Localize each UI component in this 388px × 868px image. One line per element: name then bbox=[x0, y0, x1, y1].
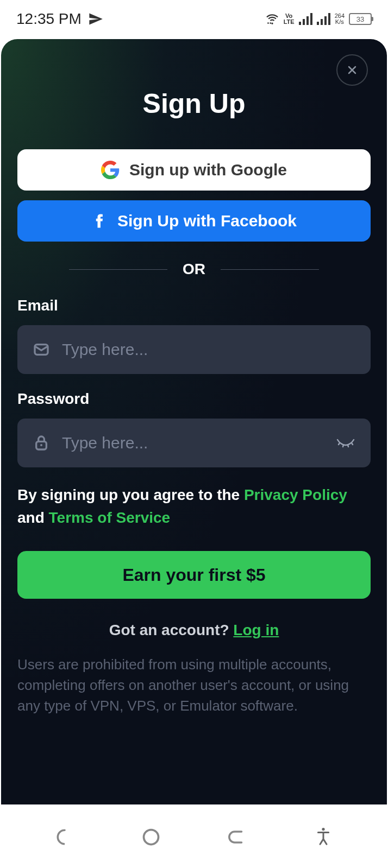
close-button[interactable] bbox=[336, 54, 368, 86]
email-label: Email bbox=[17, 297, 371, 314]
password-label: Password bbox=[17, 390, 371, 408]
mail-icon bbox=[33, 341, 50, 358]
nav-accessibility-button[interactable] bbox=[310, 823, 337, 851]
svg-point-4 bbox=[40, 444, 42, 446]
facebook-icon bbox=[91, 213, 108, 229]
email-input[interactable] bbox=[62, 340, 355, 359]
status-left: 12:35 PM bbox=[16, 10, 103, 28]
login-link[interactable]: Log in bbox=[233, 622, 279, 638]
email-input-wrapper[interactable] bbox=[17, 325, 371, 374]
agreement-text: By signing up you agree to the Privacy P… bbox=[17, 484, 371, 529]
facebook-button-label: Sign Up with Facebook bbox=[117, 212, 297, 230]
nav-home-button[interactable] bbox=[137, 823, 165, 851]
lock-icon bbox=[33, 434, 50, 452]
page-title: Sign Up bbox=[17, 88, 371, 119]
send-icon bbox=[88, 11, 103, 27]
google-button-label: Sign up with Google bbox=[129, 161, 287, 179]
signal-icon-1 bbox=[299, 13, 312, 25]
wifi-icon bbox=[265, 12, 279, 26]
recent-icon bbox=[55, 828, 74, 846]
lte-indicator: Vo LTE bbox=[284, 13, 295, 25]
password-input-wrapper[interactable] bbox=[17, 419, 371, 467]
network-speed: 264 K/s bbox=[335, 13, 345, 25]
signup-card: Sign Up Sign up with Google Sign Up with… bbox=[1, 39, 387, 804]
system-nav-bar bbox=[0, 806, 388, 868]
svg-point-6 bbox=[322, 827, 324, 830]
google-signup-button[interactable]: Sign up with Google bbox=[17, 149, 371, 191]
status-bar: 12:35 PM Vo LTE 264 K/s 33 bbox=[0, 0, 388, 38]
status-time: 12:35 PM bbox=[16, 10, 82, 28]
signal-icon-2 bbox=[317, 13, 330, 25]
svg-point-5 bbox=[143, 829, 158, 844]
nav-back-button[interactable] bbox=[223, 823, 251, 851]
accessibility-icon bbox=[315, 827, 331, 847]
back-icon bbox=[227, 828, 247, 846]
facebook-signup-button[interactable]: Sign Up with Facebook bbox=[17, 200, 371, 242]
nav-recent-button[interactable] bbox=[51, 823, 78, 851]
terms-of-service-link[interactable]: Terms of Service bbox=[49, 509, 171, 526]
earn-button[interactable]: Earn your first $5 bbox=[17, 551, 371, 599]
password-input[interactable] bbox=[62, 434, 324, 452]
status-right: Vo LTE 264 K/s 33 bbox=[265, 12, 372, 26]
close-icon bbox=[346, 64, 359, 77]
svg-point-0 bbox=[267, 22, 269, 24]
login-prompt: Got an account? Log in bbox=[17, 622, 371, 639]
battery-icon: 33 bbox=[349, 13, 372, 25]
svg-point-1 bbox=[270, 22, 271, 24]
google-icon bbox=[101, 161, 120, 179]
divider-line-left bbox=[69, 269, 167, 270]
privacy-policy-link[interactable]: Privacy Policy bbox=[244, 486, 347, 503]
divider-line-right bbox=[221, 269, 319, 270]
divider: OR bbox=[69, 261, 319, 278]
eye-closed-icon[interactable] bbox=[336, 436, 355, 449]
divider-text: OR bbox=[183, 261, 205, 278]
home-circle-icon bbox=[141, 827, 161, 847]
disclaimer-text: Users are prohibited from using multiple… bbox=[17, 654, 371, 716]
